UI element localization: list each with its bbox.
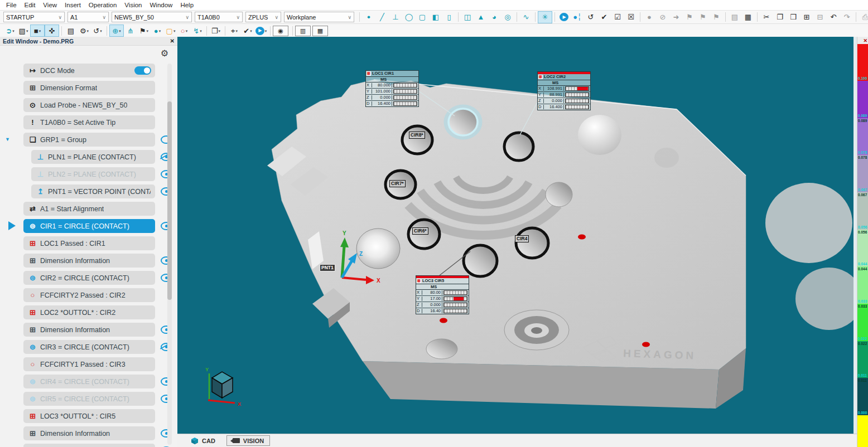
bookmark-delete-icon[interactable]: ⚑: [710, 12, 723, 23]
bookmark-add-icon[interactable]: ⚑: [696, 12, 710, 23]
execute-program-icon[interactable]: ▶: [557, 12, 571, 23]
command-item[interactable]: ⊚CIR4 = CIRCLE (CONTACT): [23, 375, 155, 388]
cad-viewport[interactable]: HEXAGON X Y Z Y X ⊞LOC1 CIR1MSX80.000Y10…: [177, 37, 857, 434]
cone-feature[interactable]: [356, 229, 400, 269]
auto-feature-icon[interactable]: ✳: [538, 11, 552, 23]
cut-icon[interactable]: ✂: [760, 12, 773, 23]
command-item[interactable]: ⊥PLN1 = PLANE (CONTACT): [31, 150, 155, 164]
feature-label-pnt1[interactable]: PNT1: [320, 264, 335, 271]
feature-label-cir6[interactable]: CIR6*: [412, 227, 428, 235]
command-item[interactable]: ⊚CIR3 = CIRCLE (CONTACT): [23, 340, 155, 354]
hole-cir1-highlighted[interactable]: [449, 109, 478, 135]
mark-complete-icon[interactable]: ✔▾: [241, 25, 254, 36]
copy-icon[interactable]: ❐: [773, 12, 787, 23]
feature-label-cir4[interactable]: CIR4: [515, 235, 529, 242]
clear-marks-icon[interactable]: ☒: [624, 12, 638, 23]
expand-arrow-icon[interactable]: ▼: [5, 137, 10, 142]
menu-edit[interactable]: Edit: [21, 1, 40, 9]
command-item[interactable]: ⊙Load Probe - NEW5_BY_50: [23, 98, 155, 112]
point-icon[interactable]: •: [362, 12, 375, 23]
close-icon[interactable]: ✕: [170, 38, 175, 44]
workplane-icon[interactable]: ▢▾: [164, 25, 177, 36]
square-slot-icon[interactable]: ◧: [429, 12, 442, 23]
tip-dropdown[interactable]: T1A0B0∨: [195, 12, 243, 22]
torus-icon[interactable]: ◎: [501, 12, 514, 23]
execute-feature-icon[interactable]: ●╎: [571, 12, 584, 23]
hole-plain[interactable]: [546, 182, 572, 207]
cancel-icon[interactable]: ⊘: [656, 12, 669, 23]
continue-icon[interactable]: ➜: [669, 12, 683, 23]
command-item[interactable]: ⊞LOC3 *OUTTOL* : CIR5: [23, 409, 155, 423]
report-view-icon[interactable]: ▦: [312, 26, 328, 36]
command-item[interactable]: ⊚CIR1 = CIRCLE (CONTACT): [23, 219, 155, 233]
menu-window[interactable]: Window: [146, 1, 176, 9]
camera-icon[interactable]: ◉: [273, 26, 288, 36]
curve-icon[interactable]: ∿: [519, 12, 533, 23]
measure-path-icon[interactable]: ⌖▾: [228, 25, 241, 36]
command-item[interactable]: ⊞Dimension Information: [23, 323, 155, 337]
report-grid-icon[interactable]: ▦: [741, 12, 755, 23]
menu-view[interactable]: View: [39, 1, 61, 9]
circle-icon[interactable]: ◯: [402, 12, 416, 23]
tab-vision[interactable]: VISION: [226, 435, 270, 446]
cylinder-icon[interactable]: ◫: [461, 12, 474, 23]
redo-icon[interactable]: ↷: [840, 12, 853, 23]
command-item[interactable]: ⊚CIR6 = CIRCLE (CONTACT): [23, 444, 155, 447]
menu-insert[interactable]: Insert: [61, 1, 85, 9]
menu-help[interactable]: Help: [176, 1, 197, 9]
command-item[interactable]: ⊞LOC2 *OUTTOL* : CIR2: [23, 305, 155, 319]
menu-vision[interactable]: Vision: [120, 1, 146, 9]
solid-view-icon[interactable]: ■▾: [30, 25, 45, 37]
close-icon[interactable]: ✕: [863, 38, 867, 43]
sphere-icon[interactable]: ◕: [488, 12, 501, 23]
scrollbar-track[interactable]: [167, 64, 172, 445]
line-icon[interactable]: ╱: [375, 12, 389, 23]
command-item[interactable]: ↦DCC Mode: [23, 64, 155, 77]
workplane-dropdown[interactable]: Workplane∨: [284, 12, 354, 22]
hole-cir5[interactable]: [464, 245, 497, 276]
hole-front[interactable]: [426, 339, 457, 359]
sphere-fit-icon[interactable]: ●▾: [151, 25, 164, 36]
tab-cad[interactable]: CAD: [185, 436, 221, 445]
workplane-axis-dropdown[interactable]: ZPLUS∨: [245, 12, 281, 22]
rotate-view-icon[interactable]: ↺▾: [91, 25, 104, 36]
hole-cir4[interactable]: [516, 228, 548, 258]
alignment-dropdown[interactable]: A1∨: [67, 12, 109, 22]
orientation-cube[interactable]: Y X: [205, 367, 241, 407]
loc3-table[interactable]: ⊞LOC3 CIR5MSX80.00Y17.00Z0.000D16.40: [416, 275, 469, 314]
feature-label-cir7[interactable]: CIR7*: [389, 180, 406, 187]
live-view-icon[interactable]: ▥: [295, 26, 311, 36]
dcc-mode-toggle[interactable]: [134, 66, 151, 75]
wireframe-view-icon[interactable]: ▧▾: [17, 25, 30, 36]
settings-gears-icon[interactable]: ⚙▾: [78, 25, 91, 36]
command-item[interactable]: ▼❏GRP1 = Group: [23, 133, 155, 147]
probe-vector-icon[interactable]: ⋔: [124, 25, 137, 36]
counterbore-feature[interactable]: [504, 310, 569, 350]
print-icon[interactable]: ⎙: [859, 12, 868, 23]
probe-mode-icon[interactable]: ➲▾: [3, 25, 17, 36]
probe-dropdown[interactable]: NEW5_BY_50∨: [112, 12, 192, 22]
scrollbar-thumb[interactable]: [167, 101, 172, 300]
bookmark-icon[interactable]: ⚑: [683, 12, 696, 23]
marked-report-icon[interactable]: ☑: [611, 12, 624, 23]
comment-icon[interactable]: ▤: [64, 25, 78, 36]
pattern-icon[interactable]: ⊟: [813, 12, 827, 23]
command-item[interactable]: ⊞Dimension Format: [23, 81, 155, 95]
view-orientation-icon[interactable]: ⊕▾: [109, 25, 124, 37]
startup-dropdown[interactable]: STARTUP∨: [3, 12, 65, 22]
mark-icon[interactable]: ✔: [597, 12, 611, 23]
circularity-tolerance-icon[interactable]: ○▾: [177, 25, 191, 36]
menu-operation[interactable]: Operation: [85, 1, 121, 9]
command-item[interactable]: ⊚CIR2 = CIRCLE (CONTACT): [23, 271, 155, 285]
gear-icon[interactable]: ⚙: [161, 48, 168, 59]
pan-icon[interactable]: ✜: [45, 25, 59, 37]
copy-pages-icon[interactable]: ❐▾: [209, 25, 223, 36]
cone-icon[interactable]: ▲: [474, 12, 488, 23]
loop-icon[interactable]: ↺: [584, 12, 597, 23]
stop-icon[interactable]: ●: [643, 12, 656, 23]
quick-measure-icon[interactable]: ↯▾: [191, 25, 204, 36]
execute-mini-icon[interactable]: ▶▾: [254, 25, 268, 36]
hole-cir2[interactable]: [504, 133, 533, 161]
undo-icon[interactable]: ↶: [827, 12, 840, 23]
command-item[interactable]: ⇄A1 = Start Alignment: [23, 202, 155, 216]
